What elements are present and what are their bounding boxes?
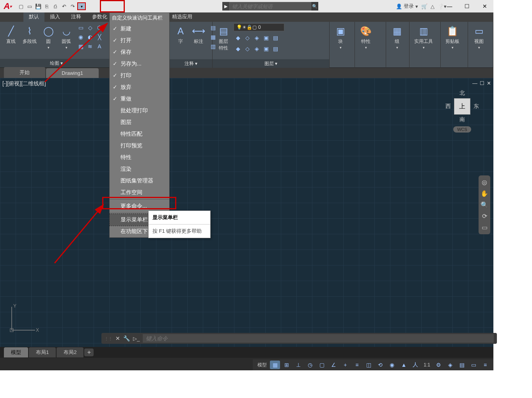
app-logo[interactable]: A▾ xyxy=(0,0,16,12)
lay-s7[interactable]: ◇ xyxy=(243,44,252,53)
status-dyn-icon[interactable]: + xyxy=(340,361,350,369)
lay-s8[interactable]: ◈ xyxy=(252,44,261,53)
panel-title-annot[interactable]: 注释 ▾ xyxy=(170,59,212,68)
a360-icon[interactable]: △ xyxy=(431,4,434,9)
status-grid-icon[interactable]: ▦ xyxy=(270,361,280,369)
cmdline-tool-icon[interactable]: 🔧 xyxy=(123,335,130,341)
qat-open-icon[interactable]: ▭ xyxy=(26,2,34,10)
viewcube-top[interactable]: 上 xyxy=(454,98,470,115)
lay-s1[interactable]: ◆ xyxy=(234,34,242,42)
menu-item-undo[interactable]: 放弃 xyxy=(110,81,169,93)
layer-props-button[interactable]: ▤图层 特性 xyxy=(216,23,231,53)
cmdline-grip-icon[interactable]: ⋮⋮ xyxy=(105,336,112,341)
tab-default[interactable]: 默认 xyxy=(23,12,44,22)
status-model[interactable]: 模型 xyxy=(256,362,268,368)
exchange-icon[interactable]: 🛒 xyxy=(421,4,427,9)
status-scale[interactable]: 1:1 xyxy=(422,362,432,368)
menu-item-layer[interactable]: 图层 xyxy=(110,117,169,128)
menu-item-open[interactable]: 打开 xyxy=(110,35,169,46)
viewcube-north[interactable]: 北 xyxy=(459,90,465,97)
minimize-button[interactable]: — xyxy=(441,0,458,12)
add-layout-button[interactable]: + xyxy=(84,348,94,356)
nav-zoom-icon[interactable]: 🔍 xyxy=(481,201,488,209)
menu-item-print[interactable]: 打印 xyxy=(110,70,169,81)
ucs-icon[interactable]: YX xyxy=(8,303,39,335)
dim-button[interactable]: ⟷标注 xyxy=(191,23,206,46)
qat-print-icon[interactable]: ⎙ xyxy=(51,2,59,10)
maximize-button[interactable]: ☐ xyxy=(458,0,476,12)
lay-s5[interactable]: ▤ xyxy=(271,34,280,42)
lay-s6[interactable]: ◆ xyxy=(234,44,242,53)
status-osnap-icon[interactable]: ▢ xyxy=(317,361,327,369)
status-max-icon[interactable]: ▭ xyxy=(468,361,479,369)
menu-item-match[interactable]: 特性匹配 xyxy=(110,128,169,140)
login-button[interactable]: 👤 登录 ▾ xyxy=(396,3,418,10)
props-button[interactable]: 🎨特性▾ xyxy=(358,23,374,51)
vp-close-icon[interactable]: ✕ xyxy=(487,80,491,86)
qat-new-icon[interactable]: ▢ xyxy=(17,2,25,10)
nav-orbit-icon[interactable]: ⟳ xyxy=(482,212,487,220)
vp-max-icon[interactable]: ☐ xyxy=(480,80,484,86)
status-s12-icon[interactable]: ▲ xyxy=(399,361,409,369)
viewport-label[interactable]: [-][俯视][二维线框] xyxy=(2,80,46,87)
panel-title-layer[interactable]: 图层 ▾ xyxy=(213,59,329,68)
viewcube-west[interactable]: 西 xyxy=(445,103,451,110)
clipboard-button[interactable]: 📋剪贴板▾ xyxy=(444,23,461,51)
tab-insert[interactable]: 插入 xyxy=(44,12,66,22)
status-s15-icon[interactable]: ◈ xyxy=(445,361,455,369)
text-button[interactable]: A字 xyxy=(173,23,188,46)
lay-s4[interactable]: ▣ xyxy=(262,34,270,42)
qat-customize-dropdown[interactable]: ▾ xyxy=(77,2,86,10)
menu-item-sheetset[interactable]: 图纸集管理器 xyxy=(110,175,169,187)
close-button[interactable]: ✕ xyxy=(476,0,493,12)
status-cycle-icon[interactable]: ⟲ xyxy=(375,361,385,369)
status-snap-icon[interactable]: ⊞ xyxy=(282,361,292,369)
tab-layout1[interactable]: 布局1 xyxy=(29,347,56,357)
nav-pan-icon[interactable]: ✋ xyxy=(481,190,488,197)
lay-s9[interactable]: ▣ xyxy=(262,44,270,53)
vp-min-icon[interactable]: — xyxy=(472,80,477,86)
menu-item-props[interactable]: 特性 xyxy=(110,152,169,163)
tab-start[interactable]: 开始 xyxy=(4,67,45,78)
tab-featured[interactable]: 精选应用 xyxy=(167,12,198,22)
viewcube-wcs[interactable]: WCS xyxy=(453,126,471,133)
tab-layout2[interactable]: 布局2 xyxy=(57,347,83,357)
status-ortho-icon[interactable]: ⊥ xyxy=(293,361,303,369)
block-button[interactable]: ▣块▾ xyxy=(333,23,348,51)
group-button[interactable]: ▦组▾ xyxy=(389,23,405,51)
status-s11-icon[interactable]: ◉ xyxy=(387,361,397,369)
viewcube[interactable]: 北 西 上 东 南 WCS xyxy=(439,90,486,148)
search-icon[interactable]: 🔍 xyxy=(311,2,318,11)
line-button[interactable]: ╱直线 xyxy=(3,23,19,46)
status-gear-icon[interactable]: ⚙ xyxy=(433,361,443,369)
tab-model[interactable]: 模型 xyxy=(4,347,28,357)
menu-item-save[interactable]: 保存 xyxy=(110,46,169,58)
status-lw-icon[interactable]: ≡ xyxy=(352,361,362,369)
lay-s2[interactable]: ◇ xyxy=(243,34,252,42)
lay-s10[interactable]: ▤ xyxy=(271,44,280,53)
qat-undo-icon[interactable]: ↶ xyxy=(60,2,68,10)
tab-annotate[interactable]: 注释 xyxy=(66,12,87,22)
lay-s3[interactable]: ◈ xyxy=(252,34,261,42)
command-input[interactable] xyxy=(143,334,494,343)
nav-show-icon[interactable]: ▭ xyxy=(482,224,488,231)
menu-item-workspace[interactable]: 工作空间 xyxy=(110,187,169,198)
status-track-icon[interactable]: ∠ xyxy=(328,361,339,369)
menu-item-redo[interactable]: 重做 xyxy=(110,93,169,105)
status-s16-icon[interactable]: ▤ xyxy=(457,361,467,369)
search-expand-icon[interactable]: ▶ xyxy=(222,2,229,11)
layer-selector[interactable]: 💡☀🔒▢ 0 xyxy=(234,23,284,31)
menu-item-saveas[interactable]: 另存为... xyxy=(110,58,169,70)
viewcube-east[interactable]: 东 xyxy=(473,103,479,110)
status-polar-icon[interactable]: ◷ xyxy=(305,361,315,369)
qat-saveas-icon[interactable]: ⎘ xyxy=(43,2,51,10)
menu-item-preview[interactable]: 打印预览 xyxy=(110,140,169,152)
qat-redo-icon[interactable]: ↷ xyxy=(69,2,76,10)
menu-item-batch[interactable]: 批处理打印 xyxy=(110,105,169,117)
qat-save-icon[interactable]: 💾 xyxy=(34,2,42,10)
cmdline-close-icon[interactable]: ✕ xyxy=(115,335,120,341)
status-s13-icon[interactable]: 人 xyxy=(410,361,420,369)
search-input[interactable] xyxy=(229,2,311,11)
menu-item-render[interactable]: 渲染 xyxy=(110,163,169,175)
polyline-button[interactable]: ⌇多段线 xyxy=(21,23,38,46)
